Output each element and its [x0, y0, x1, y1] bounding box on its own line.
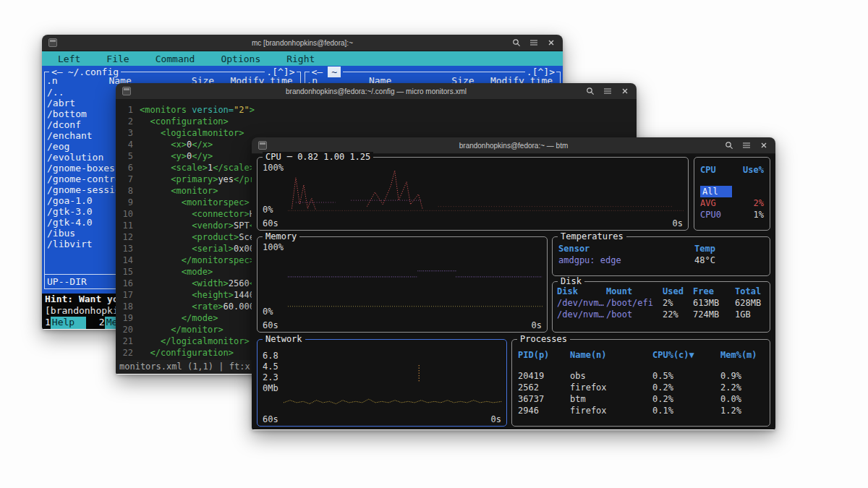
btm-content: CPU ─ 0.82 1.00 1.25 100% 0% 60s 0s	[252, 154, 775, 429]
disk-header[interactable]: Mount	[606, 286, 663, 297]
code-line: 2 <configuration>	[116, 116, 637, 127]
panel-corner-mark[interactable]: .[^]>	[265, 67, 296, 77]
temperatures-panel[interactable]: Temperatures Sensor Temp amdgpu: edge48°…	[552, 236, 770, 276]
process-cell: obs	[570, 370, 652, 382]
menu-button[interactable]	[741, 141, 751, 150]
mc-menubar: LeftFileCommandOptionsRight	[42, 51, 563, 66]
line-number: 6	[116, 162, 133, 174]
cpu-legend-rows: AllAVG2%CPU01%	[700, 186, 764, 221]
process-cell: 0.2%	[652, 382, 720, 393]
memory-panel[interactable]: Memory 100% 0% 60s 0s	[257, 236, 548, 333]
process-cell: 0.9%	[720, 370, 764, 382]
menu-item-right[interactable]: Right	[286, 53, 315, 64]
cpu-legend-row[interactable]: CPU01%	[700, 209, 764, 221]
window-title: mc [brandonhopkins@fedora]:~	[85, 39, 519, 47]
processes-panel[interactable]: Processes PID(p)Name(n)CPU%(c)▼Mem%(m)20…	[511, 339, 770, 427]
process-row[interactable]: 36737btm0.2%0.0%	[518, 393, 764, 405]
process-row[interactable]: 2562firefox0.2%2.2%	[518, 382, 764, 393]
code-text: <product>Sce	[140, 231, 255, 243]
panel-up-arrow[interactable]: <—	[312, 67, 323, 77]
menu-item-file[interactable]: File	[106, 53, 129, 64]
process-header[interactable]: PID(p)	[518, 349, 570, 361]
fkey-1[interactable]: 1Help	[45, 317, 86, 329]
code-text: <monitorspec>	[140, 197, 250, 208]
line-number: 8	[116, 185, 133, 197]
search-button[interactable]	[511, 38, 521, 48]
legend-value: 1%	[754, 209, 764, 221]
titlebar[interactable]: mc [brandonhopkins@fedora]:~	[42, 35, 563, 51]
cpu-x-left-label: 60s	[263, 218, 278, 228]
memory-x-right-label: 0s	[532, 320, 542, 330]
menu-item-left[interactable]: Left	[58, 53, 80, 64]
code-text: <primary>yes</pr	[140, 174, 255, 185]
line-number: 17	[116, 289, 133, 301]
search-button[interactable]	[585, 87, 595, 96]
menu-button[interactable]	[603, 87, 612, 96]
disk-cell: /dev/nvm…	[557, 309, 606, 320]
fkey-label: Help	[51, 317, 86, 329]
btm-window[interactable]: brandonhopkins@fedora:~ — btm CPU ─ 0.82…	[252, 137, 775, 430]
network-axis-label: 6.8	[263, 351, 278, 361]
search-button[interactable]	[724, 141, 733, 150]
cpu-legend-row[interactable]: AVG2%	[700, 197, 764, 209]
panel-up-arrow[interactable]: <—	[51, 67, 63, 77]
process-cell: 20419	[518, 370, 570, 382]
temp-header-sensor[interactable]: Sensor	[558, 243, 694, 254]
network-panel[interactable]: Network 6.84.52.30Mb 60s 0s	[257, 339, 507, 427]
line-number: 9	[116, 197, 133, 208]
process-header[interactable]: Name(n)	[570, 349, 652, 361]
line-number: 13	[116, 243, 133, 254]
cpu-legend-row[interactable]: All	[700, 186, 764, 197]
code-text: <logicalmonitor>	[140, 127, 244, 139]
close-button[interactable]	[759, 141, 768, 150]
network-x-left-label: 60s	[263, 414, 278, 424]
disk-header[interactable]: Free	[693, 286, 735, 297]
cpu-y-max-label: 100%	[263, 163, 284, 173]
code-text: <mode>	[140, 266, 213, 278]
cpu-y-min-label: 0%	[263, 205, 273, 215]
process-cell: 1.2%	[720, 405, 764, 416]
disk-header[interactable]: Disk	[557, 286, 606, 297]
legend-name: CPU0	[700, 209, 721, 221]
panel-path: ~/.config	[68, 67, 119, 77]
line-number: 15	[116, 266, 133, 278]
legend-name: All	[700, 186, 732, 197]
processes-panel-title: Processes	[520, 334, 567, 344]
code-text: <width>2560<	[140, 278, 255, 289]
line-number: 4	[116, 139, 133, 150]
sensor-name: amdgpu: edge	[558, 254, 694, 266]
code-line: 1<monitors version="2">	[116, 104, 637, 116]
process-header[interactable]: Mem%(m)	[720, 349, 764, 361]
disk-row: /dev/nvm…/boot22%724MB1GB	[557, 309, 765, 320]
temp-header-temp[interactable]: Temp	[694, 243, 764, 254]
disk-cell: 613MB	[693, 297, 735, 309]
disk-header[interactable]: Used	[663, 286, 693, 297]
menu-item-command[interactable]: Command	[156, 53, 195, 64]
disk-row: /dev/nvm…/boot/efi2%613MB628MB	[557, 297, 765, 309]
temperature-row: amdgpu: edge48°C	[558, 254, 764, 266]
fkey-number: 2	[99, 317, 105, 329]
disk-headers: DiskMountUsedFreeTotal	[557, 286, 765, 297]
titlebar[interactable]: brandonhopkins@fedora:~/.config — micro …	[116, 83, 637, 100]
disk-table: DiskMountUsedFreeTotal/dev/nvm…/boot/efi…	[557, 286, 765, 320]
cpu-legend-panel[interactable]: CPU Use% AllAVG2%CPU01%	[694, 157, 770, 231]
code-text: <height>1440	[140, 289, 255, 301]
disk-header[interactable]: Total	[735, 286, 765, 297]
disk-panel[interactable]: Disk DiskMountUsedFreeTotal/dev/nvm…/boo…	[552, 281, 770, 333]
menu-button[interactable]	[529, 38, 538, 48]
disk-cell: /boot/efi	[606, 297, 663, 309]
process-header[interactable]: CPU%(c)▼	[652, 349, 720, 361]
line-number: 10	[116, 208, 133, 220]
line-number: 21	[116, 335, 133, 347]
legend-name: AVG	[700, 197, 716, 209]
panel-corner-mark[interactable]: .[^]>	[525, 67, 556, 77]
cpu-panel[interactable]: CPU ─ 0.82 1.00 1.25 100% 0% 60s 0s	[257, 157, 689, 231]
close-button[interactable]	[546, 38, 556, 48]
process-row[interactable]: 2946firefox0.1%1.2%	[518, 405, 764, 416]
menu-item-options[interactable]: Options	[221, 53, 260, 64]
process-cell: 2562	[518, 382, 570, 393]
fkey-number: 1	[45, 317, 51, 329]
process-row[interactable]: 20419obs0.5%0.9%	[518, 370, 764, 382]
close-button[interactable]	[620, 87, 629, 96]
memory-x-left-label: 60s	[263, 320, 278, 330]
